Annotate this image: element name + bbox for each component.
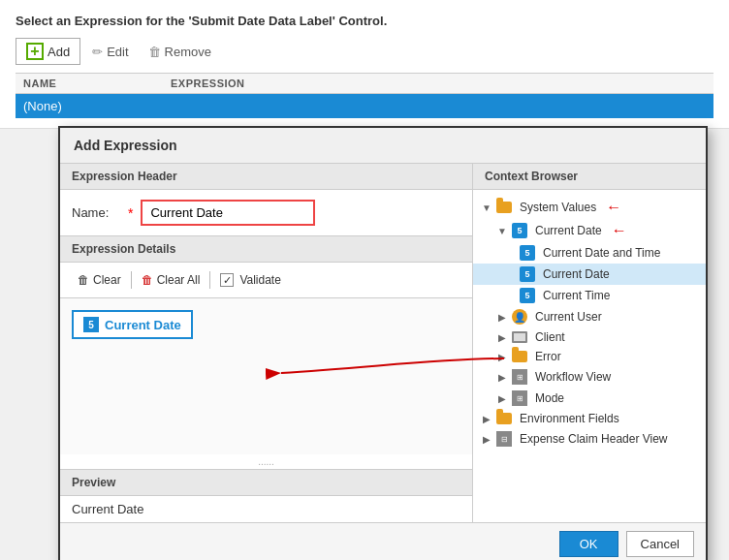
trash-icon-clear: 🗑 — [78, 273, 89, 287]
sys-icon-current-date: 5 — [520, 266, 535, 282]
col-expr-header: EXPRESSION — [171, 78, 713, 89]
label-client: Client — [535, 330, 565, 344]
validate-checkbox: ✓ — [220, 273, 234, 287]
label-system-values: System Values — [520, 201, 596, 214]
tree-item-expense-claim[interactable]: ▶ ⊟ Expense Claim Header View — [473, 428, 706, 450]
right-panel: Context Browser ▼ System Values ← ▼ 5 Cu… — [473, 164, 706, 522]
label-workflow-view: Workflow View — [535, 370, 611, 384]
trash-icon-clearall: 🗑 — [142, 273, 153, 287]
folder-icon-system-values — [496, 202, 512, 213]
label-environment-fields: Environment Fields — [520, 412, 619, 425]
edit-button[interactable]: ✏ Edit — [84, 41, 136, 63]
separator-2 — [209, 271, 210, 289]
arrow-current-date-group: ← — [612, 222, 627, 239]
tree-container[interactable]: ▼ System Values ← ▼ 5 Current Date ← 5 C… — [473, 190, 706, 522]
current-date-chip[interactable]: 5 Current Date — [72, 310, 193, 339]
label-mode: Mode — [535, 391, 564, 405]
ok-button[interactable]: OK — [559, 531, 618, 557]
preview-section: Preview Current Date — [60, 469, 472, 522]
edit-label: Edit — [107, 45, 128, 59]
workflow-icon-expense: ⊟ — [496, 431, 512, 447]
expr-canvas: 5 Current Date — [60, 298, 472, 454]
tree-item-current-date-time[interactable]: 5 Current Date and Time — [473, 242, 706, 264]
add-button[interactable]: + Add — [16, 38, 80, 65]
tree-item-environment-fields[interactable]: ▶ Environment Fields — [473, 409, 706, 428]
sys-icon-current-date-group: 5 — [512, 223, 527, 238]
remove-label: Remove — [165, 45, 211, 59]
expand-expense-claim: ▶ — [481, 433, 492, 445]
tree-item-client[interactable]: ▶ Client — [473, 327, 706, 347]
pencil-icon: ✏ — [92, 45, 103, 59]
clear-label: Clear — [93, 273, 121, 287]
add-label: Add — [48, 45, 70, 59]
expr-header-section: Expression Header — [60, 164, 472, 190]
monitor-icon-client — [512, 331, 527, 343]
outer-panel: Select an Expression for the 'Submit Dat… — [0, 0, 729, 129]
plus-icon: + — [26, 43, 44, 60]
sys-icon-current-date-time: 5 — [520, 245, 535, 261]
clear-all-label: Clear All — [157, 273, 201, 287]
modal-footer: OK Cancel — [60, 522, 706, 560]
user-icon-current-user: 👤 — [512, 309, 527, 325]
separator-1 — [131, 271, 132, 289]
workflow-icon-mode: ⊞ — [512, 390, 527, 406]
expand-workflow-view: ▶ — [496, 371, 508, 383]
preview-header: Preview — [60, 470, 472, 496]
col-name-header: NAME — [16, 78, 171, 89]
arrow-system-values: ← — [606, 199, 621, 216]
tree-item-error[interactable]: ▶ Error — [473, 347, 706, 366]
expand-current-date-group: ▼ — [496, 225, 508, 236]
tree-item-current-date[interactable]: 5 Current Date — [473, 264, 706, 285]
chip-icon: 5 — [83, 317, 99, 332]
page-instruction: Select an Expression for the 'Submit Dat… — [16, 14, 713, 28]
required-star: * — [128, 205, 133, 221]
name-label: Name: — [72, 205, 120, 220]
label-current-date-time: Current Date and Time — [543, 246, 660, 260]
sys-icon-current-time: 5 — [520, 288, 535, 303]
tree-item-system-values[interactable]: ▼ System Values ← — [473, 196, 706, 219]
label-current-user: Current User — [535, 310, 602, 324]
context-browser-header: Context Browser — [473, 164, 706, 190]
clear-button[interactable]: 🗑 Clear — [72, 270, 127, 290]
folder-icon-error — [512, 351, 527, 362]
expand-error: ▶ — [496, 351, 508, 362]
label-current-date-group: Current Date — [535, 224, 602, 237]
label-expense-claim: Expense Claim Header View — [520, 432, 668, 446]
table-row-none[interactable]: (None) — [16, 94, 713, 118]
label-current-date: Current Date — [543, 267, 610, 281]
tree-item-current-time[interactable]: 5 Current Time — [473, 285, 706, 306]
modal-title: Add Expression — [60, 128, 706, 164]
tree-item-mode[interactable]: ▶ ⊞ Mode — [473, 388, 706, 409]
trash-icon: 🗑 — [148, 45, 161, 59]
add-expression-modal: Add Expression Expression Header Name: *… — [58, 126, 708, 560]
validate-button[interactable]: ✓ Validate — [214, 270, 286, 290]
name-row: Name: * — [60, 190, 472, 235]
cancel-modal-button[interactable]: Cancel — [626, 531, 694, 557]
main-toolbar: + Add ✏ Edit 🗑 Remove — [16, 38, 713, 65]
left-panel: Expression Header Name: * Expression Det… — [60, 164, 473, 522]
expand-system-values: ▼ — [481, 202, 492, 213]
label-error: Error — [535, 350, 561, 363]
workflow-icon-workflow: ⊞ — [512, 369, 527, 385]
folder-icon-env — [496, 413, 512, 424]
validate-label: Validate — [239, 273, 280, 287]
tree-item-current-user[interactable]: ▶ 👤 Current User — [473, 306, 706, 327]
remove-button[interactable]: 🗑 Remove — [141, 41, 219, 63]
expr-toolbar: 🗑 Clear 🗑 Clear All ✓ Validate — [60, 263, 472, 298]
chip-label: Current Date — [105, 318, 181, 332]
expr-details-header: Expression Details — [60, 235, 472, 263]
expand-environment-fields: ▶ — [481, 413, 492, 424]
expand-current-user: ▶ — [496, 311, 508, 323]
label-current-time: Current Time — [543, 289, 610, 302]
expand-mode: ▶ — [496, 392, 508, 404]
name-input[interactable] — [141, 200, 315, 226]
expand-client: ▶ — [496, 331, 508, 343]
tree-item-workflow-view[interactable]: ▶ ⊞ Workflow View — [473, 366, 706, 388]
clear-all-button[interactable]: 🗑 Clear All — [136, 270, 206, 290]
table-header: NAME EXPRESSION — [16, 73, 713, 94]
tree-item-current-date-group[interactable]: ▼ 5 Current Date ← — [473, 219, 706, 242]
resize-handle[interactable]: ...... — [60, 454, 472, 469]
preview-value: Current Date — [60, 496, 472, 522]
modal-body: Expression Header Name: * Expression Det… — [60, 164, 706, 522]
